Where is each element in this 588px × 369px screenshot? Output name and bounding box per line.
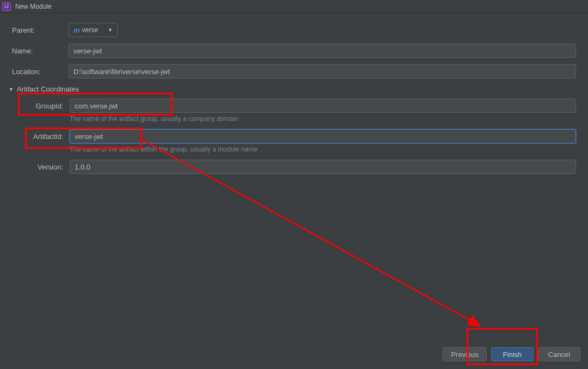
location-input[interactable] (69, 64, 576, 78)
dropdown-caret-icon: ▼ (108, 27, 113, 33)
artifactid-input[interactable] (70, 129, 576, 143)
collapse-triangle-icon: ▼ (9, 87, 14, 92)
previous-button[interactable]: Previous (443, 347, 487, 361)
artifact-coordinates-label: Artifact Coordinates (17, 85, 79, 93)
name-label: Name: (12, 47, 69, 55)
parent-label: Parent: (12, 26, 69, 34)
form-area: Parent: m verse ▼ Name: Location: ▼ Arti… (0, 13, 588, 174)
artifactid-label: ArtifactId: (15, 132, 70, 141)
name-input[interactable] (69, 44, 576, 58)
version-input[interactable] (70, 160, 576, 174)
cancel-button[interactable]: Cancel (538, 347, 580, 361)
intellij-icon: IJ (2, 2, 11, 11)
artifact-coordinates-block: GroupId: The name of the artifact group,… (12, 99, 576, 174)
button-bar: Previous Finish Cancel (443, 347, 580, 361)
location-row: Location: (12, 64, 576, 78)
artifact-coordinates-toggle[interactable]: ▼ Artifact Coordinates (9, 85, 576, 93)
version-row: Version: (12, 160, 576, 174)
window-title: New Module (15, 3, 52, 10)
parent-value: verse (82, 26, 108, 34)
parent-row: Parent: m verse ▼ (12, 23, 576, 37)
groupid-row: GroupId: (12, 99, 576, 113)
groupid-input[interactable] (70, 99, 576, 113)
name-row: Name: (12, 44, 576, 58)
maven-icon: m (74, 26, 80, 34)
location-label: Location: (12, 68, 69, 76)
version-label: Version: (15, 163, 70, 171)
artifactid-row: ArtifactId: (12, 129, 576, 143)
titlebar: IJ New Module (0, 0, 588, 13)
groupid-label: GroupId: (15, 102, 70, 110)
groupid-hint: The name of the artifact group, usually … (70, 115, 576, 123)
finish-button[interactable]: Finish (491, 347, 534, 361)
artifactid-hint: The name of the artifact within the grou… (70, 146, 576, 153)
parent-select[interactable]: m verse ▼ (69, 23, 118, 37)
